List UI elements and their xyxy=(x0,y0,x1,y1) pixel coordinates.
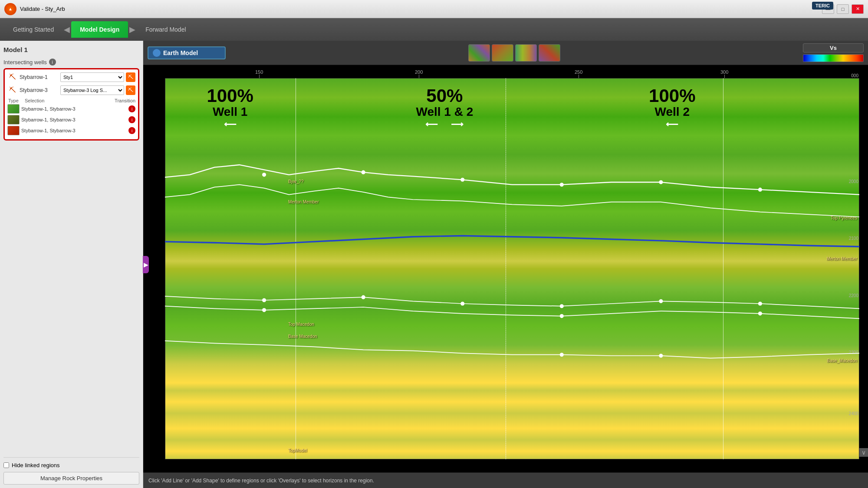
layer-row-1: Stybarrow-1, Stybarrow-3 i xyxy=(7,104,135,114)
layer-row-2: Stybarrow-1, Stybarrow-3 i xyxy=(7,115,135,124)
wells-selection-box: ⛏ Stybarrow-1 Sty1 ⛏ ⛏ Stybarrow-3 Styba… xyxy=(3,68,139,141)
tab-forward-model[interactable]: Forward Model xyxy=(137,21,194,38)
nav-arrow-2: ▶ xyxy=(128,21,137,38)
well-row-3: ⛏ Stybarrow-3 Stybarrow-3 Log S... ⛏ xyxy=(7,85,135,95)
view-icon-4[interactable] xyxy=(539,44,560,62)
well12-label: Well 1 & 2 xyxy=(416,105,473,119)
layer-info-1[interactable]: i xyxy=(128,105,135,112)
app-title: Validate - Sty_Arb xyxy=(20,6,65,12)
ruler-tick-250-label: 250 xyxy=(575,69,582,75)
well2-percent: 100% xyxy=(649,87,695,105)
view-icon-2-img xyxy=(492,45,513,61)
horizon-label-topmodel: TopModel xyxy=(288,448,307,453)
navbar: Getting Started ◀ Model Design ▶ Forward… xyxy=(0,18,868,41)
seismic-background xyxy=(165,78,859,459)
well12-arrows: ⟵ ⟶ xyxy=(425,119,464,129)
well-name-1: Stybarrow-1 xyxy=(20,74,59,80)
layer-swatch-1 xyxy=(7,104,20,114)
sidebar: Model 1 Intersecting wells i ⛏ Stybarrow… xyxy=(0,41,143,488)
hide-linked-row: Hide linked regions xyxy=(3,462,139,468)
earth-model-button[interactable]: Earth Model xyxy=(148,46,226,59)
well-icon-1: ⛏ xyxy=(7,72,18,82)
intersecting-wells-label: Intersecting wells xyxy=(3,59,47,66)
col-transition-label: Transition xyxy=(105,98,135,103)
horizon-label-base-macedon: Base Macedon xyxy=(288,334,317,339)
horizon-label-top-pyrenees: Top Pyrenees xyxy=(831,216,857,220)
teric-logo: TERIC xyxy=(812,2,833,10)
view-icon-2[interactable] xyxy=(492,44,513,62)
hide-linked-checkbox[interactable] xyxy=(3,462,9,468)
ruler-tick-150-line xyxy=(259,75,260,78)
horizon-label-merton: Merton Member xyxy=(288,200,319,204)
sidebar-collapse-handle[interactable]: ▶ xyxy=(143,256,149,273)
well2-arrow: ⟵ xyxy=(666,119,678,129)
well-name-3: Stybarrow-3 xyxy=(20,87,59,93)
seismic-area[interactable]: 150 200 250 300 000 2000 2100 xyxy=(143,65,868,472)
layer-info-2[interactable]: i xyxy=(128,116,135,123)
ruler-tick-250-line xyxy=(579,75,579,78)
well1-arrow: ⟵ xyxy=(224,119,237,129)
layer-label-3: Stybarrow-1, Stybarrow-3 xyxy=(21,128,127,133)
close-button[interactable]: ✕ xyxy=(852,4,864,14)
view-icon-group xyxy=(468,44,560,62)
well-1-end-icon[interactable]: ⛏ xyxy=(126,72,135,82)
layer-swatch-3 xyxy=(7,126,20,135)
statusbar: Click 'Add Line' or 'Add Shape' to defin… xyxy=(143,472,868,488)
layer-column-headers: Type Selection Transition xyxy=(7,98,135,103)
ruler-tick-150-label: 150 xyxy=(255,69,263,75)
content-area: Earth Model Vs xyxy=(143,41,868,488)
v-tick-2400: 2400 xyxy=(849,411,858,416)
col-selection-label: Selection xyxy=(25,98,105,103)
well-1-log-dropdown[interactable]: Sty1 xyxy=(60,72,124,82)
ruler-tick-300-line xyxy=(724,75,725,78)
view-icon-4-img xyxy=(539,45,560,61)
v-tick-000: 000 xyxy=(851,73,858,78)
maximize-button[interactable]: □ xyxy=(837,4,849,14)
well1-percent-block: 100% Well 1 ⟵ xyxy=(187,87,273,129)
layer-label-1: Stybarrow-1, Stybarrow-3 xyxy=(21,106,127,111)
view-icon-1[interactable] xyxy=(468,44,490,62)
ruler-tick-200: 200 xyxy=(415,69,423,78)
status-message: Click 'Add Line' or 'Add Shape' to defin… xyxy=(148,478,374,484)
horizon-label-merton-right: Merton Member xyxy=(826,256,857,261)
ruler-tick-300-label: 300 xyxy=(720,69,728,75)
ruler-tick-300: 300 xyxy=(720,69,728,78)
v-tick-2100: 2100 xyxy=(849,236,858,241)
v-tick-2300: 2300 xyxy=(849,350,858,355)
scroll-down-button[interactable]: ∨ xyxy=(859,448,868,457)
well-row-1: ⛏ Stybarrow-1 Sty1 ⛏ xyxy=(7,72,135,82)
well2-percent-block: 100% Well 2 ⟵ xyxy=(629,87,716,129)
well-3-log-dropdown[interactable]: Stybarrow-3 Log S... xyxy=(60,85,124,95)
manage-rock-properties-button[interactable]: Manage Rock Properties xyxy=(3,472,139,485)
layer-info-3[interactable]: i xyxy=(128,127,135,134)
well-icon-3: ⛏ xyxy=(7,85,18,95)
intersecting-wells-header: Intersecting wells i xyxy=(3,59,139,66)
well-3-end-icon[interactable]: ⛏ xyxy=(126,85,135,95)
col-type-label: Type xyxy=(8,98,25,103)
ruler-tick-150: 150 xyxy=(255,69,263,78)
well1-label: Well 1 xyxy=(213,105,247,119)
horizon-label-top-macedon: Top Macedon xyxy=(288,322,314,327)
layer-row-3: Stybarrow-1, Stybarrow-3 i xyxy=(7,126,135,135)
well12-arrow-right: ⟶ xyxy=(451,119,464,129)
v-tick-2000: 2000 xyxy=(849,179,858,184)
view-icon-1-img xyxy=(469,45,490,61)
ruler-tick-200-label: 200 xyxy=(415,69,423,75)
sidebar-bottom: Hide linked regions Manage Rock Properti… xyxy=(3,457,139,485)
layer-swatch-2 xyxy=(7,115,20,124)
intersecting-wells-info-icon[interactable]: i xyxy=(49,59,56,66)
midpoint-line xyxy=(506,78,506,459)
tab-getting-started[interactable]: Getting Started xyxy=(4,21,62,38)
vs-label: Vs xyxy=(803,43,864,52)
tab-model-design[interactable]: Model Design xyxy=(71,21,128,38)
layer-label-2: Stybarrow-1, Stybarrow-3 xyxy=(21,117,127,122)
colorbar xyxy=(803,54,864,62)
view-icon-3[interactable] xyxy=(515,44,537,62)
nav-arrow-1: ◀ xyxy=(62,21,71,38)
well-1-line xyxy=(296,78,296,459)
app-icon: ▲ xyxy=(4,3,16,15)
well12-percent: 50% xyxy=(426,87,463,105)
content-toolbar: Earth Model Vs xyxy=(143,41,868,65)
view-icon-3-img xyxy=(516,45,536,61)
main-layout: Model 1 Intersecting wells i ⛏ Stybarrow… xyxy=(0,41,868,488)
